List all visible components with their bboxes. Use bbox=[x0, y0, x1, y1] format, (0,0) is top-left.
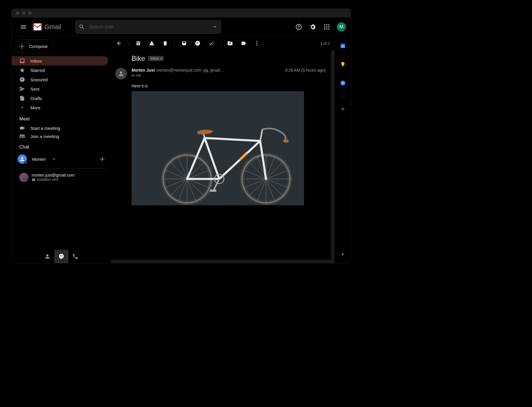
svg-point-9 bbox=[328, 28, 329, 30]
person-icon bbox=[118, 70, 125, 77]
folder-move-icon bbox=[227, 40, 233, 46]
compose-button[interactable]: Compose bbox=[14, 39, 54, 53]
sidebar-item-label: Snoozed bbox=[30, 77, 48, 82]
sidebar-item-label: Drafts bbox=[30, 96, 42, 101]
divider bbox=[340, 96, 346, 96]
archive-button[interactable] bbox=[132, 37, 144, 49]
svg-point-1 bbox=[324, 24, 325, 25]
add-task-button[interactable] bbox=[205, 37, 217, 49]
attached-image[interactable] bbox=[132, 91, 304, 205]
label-icon bbox=[241, 40, 246, 46]
sender-avatar[interactable] bbox=[115, 68, 127, 80]
spam-button[interactable] bbox=[146, 37, 158, 49]
hangouts-tab[interactable] bbox=[54, 250, 68, 263]
label-chip[interactable]: Inbox × bbox=[148, 56, 164, 61]
keep-addon[interactable] bbox=[337, 58, 349, 70]
svg-point-15 bbox=[256, 44, 257, 45]
get-addons-button[interactable] bbox=[337, 103, 349, 115]
mail-icon bbox=[181, 40, 187, 46]
arrow-back-icon bbox=[116, 40, 122, 46]
svg-point-5 bbox=[326, 26, 327, 27]
chat-section-title: Chat bbox=[12, 140, 111, 152]
phone-icon bbox=[72, 253, 79, 260]
sidebar-item-sent[interactable]: Sent bbox=[12, 84, 108, 94]
sidebar-item-starred[interactable]: Starred bbox=[12, 65, 108, 75]
search-dropdown-icon[interactable] bbox=[212, 24, 218, 30]
gmail-icon bbox=[33, 23, 42, 30]
compose-plus-icon bbox=[18, 43, 25, 50]
more-button[interactable] bbox=[251, 37, 263, 49]
horizontal-scrollbar[interactable] bbox=[111, 260, 334, 263]
move-to-button[interactable] bbox=[224, 37, 236, 49]
window-zoom-dot[interactable] bbox=[28, 11, 32, 15]
tasks-icon bbox=[340, 80, 346, 86]
content: 1 of 2 Bike Inbox × bbox=[111, 36, 334, 263]
labels-button[interactable] bbox=[238, 37, 249, 49]
collapse-panel-button[interactable] bbox=[337, 249, 349, 260]
inbox-icon bbox=[19, 58, 25, 64]
join-meeting-button[interactable]: Join a meeting bbox=[12, 132, 111, 140]
sender-email: morten@mortenjust.com bbox=[156, 68, 201, 73]
window-close-dot[interactable] bbox=[16, 11, 19, 15]
remove-label-button[interactable]: × bbox=[160, 56, 163, 61]
main-menu-button[interactable] bbox=[16, 20, 30, 34]
svg-point-6 bbox=[328, 26, 329, 27]
apps-grid-icon bbox=[323, 23, 330, 30]
back-button[interactable] bbox=[113, 37, 125, 49]
contact-avatar bbox=[18, 154, 27, 164]
chat-contact[interactable]: Morten bbox=[12, 152, 111, 166]
calls-tab[interactable] bbox=[68, 250, 82, 263]
account-avatar[interactable]: M bbox=[337, 22, 346, 32]
svg-rect-65 bbox=[210, 189, 216, 192]
gmail-logo[interactable]: Gmail bbox=[33, 23, 61, 31]
to-line[interactable]: to me bbox=[132, 73, 334, 77]
app-name: Gmail bbox=[44, 23, 61, 31]
new-chat-button[interactable] bbox=[96, 153, 108, 165]
vertical-scrollbar[interactable] bbox=[331, 50, 334, 263]
calendar-addon[interactable]: 31 bbox=[337, 40, 349, 51]
message-body: Here it is bbox=[132, 80, 334, 91]
hangout-item[interactable]: morten.just@gmail.com Invitation sent bbox=[12, 171, 111, 182]
sidebar-item-label: More bbox=[30, 105, 40, 110]
hangout-status: Invitation sent bbox=[32, 177, 75, 182]
svg-text:31: 31 bbox=[341, 45, 344, 48]
sidebar-item-snoozed[interactable]: Snoozed bbox=[12, 75, 108, 84]
bike-image bbox=[132, 91, 304, 205]
header: Gmail M bbox=[12, 18, 351, 36]
label-chip-text: Inbox bbox=[151, 56, 159, 61]
mark-unread-button[interactable] bbox=[178, 37, 190, 49]
clock-icon bbox=[195, 40, 201, 46]
hangouts-icon bbox=[58, 253, 65, 260]
sidebar-item-more[interactable]: More bbox=[12, 103, 108, 112]
chevron-right-icon bbox=[340, 251, 346, 257]
contact-name: Morten bbox=[32, 157, 46, 162]
svg-rect-12 bbox=[22, 46, 22, 49]
toolbar: 1 of 2 bbox=[111, 36, 334, 50]
apps-button[interactable] bbox=[321, 21, 333, 33]
search-input[interactable] bbox=[89, 24, 208, 30]
separator bbox=[220, 40, 221, 46]
start-meeting-button[interactable]: Start a meeting bbox=[12, 124, 111, 132]
tasks-addon[interactable] bbox=[337, 77, 349, 89]
svg-point-62 bbox=[283, 139, 289, 143]
snooze-button[interactable] bbox=[192, 37, 203, 49]
calendar-icon: 31 bbox=[340, 43, 346, 49]
videocam-icon bbox=[19, 125, 25, 131]
search-bar[interactable] bbox=[75, 20, 221, 34]
sidebar-item-inbox[interactable]: Inbox bbox=[12, 56, 108, 65]
timestamp: 9:28 AM (5 hours ago) bbox=[285, 68, 334, 73]
presence-indicator bbox=[24, 161, 27, 164]
delete-button[interactable] bbox=[159, 37, 171, 49]
contacts-tab[interactable] bbox=[40, 250, 54, 263]
via-text[interactable]: via bbox=[203, 68, 208, 73]
sidebar-item-label: Sent bbox=[30, 87, 39, 92]
meet-section-title: Meet bbox=[12, 112, 111, 124]
svg-point-7 bbox=[324, 28, 325, 30]
svg-point-13 bbox=[256, 41, 257, 42]
support-button[interactable] bbox=[293, 21, 305, 33]
chevron-down-icon[interactable] bbox=[51, 156, 57, 162]
report-spam-icon bbox=[149, 40, 155, 46]
window-minimize-dot[interactable] bbox=[22, 11, 25, 15]
settings-button[interactable] bbox=[307, 21, 319, 33]
sidebar-item-drafts[interactable]: Drafts bbox=[12, 94, 108, 103]
